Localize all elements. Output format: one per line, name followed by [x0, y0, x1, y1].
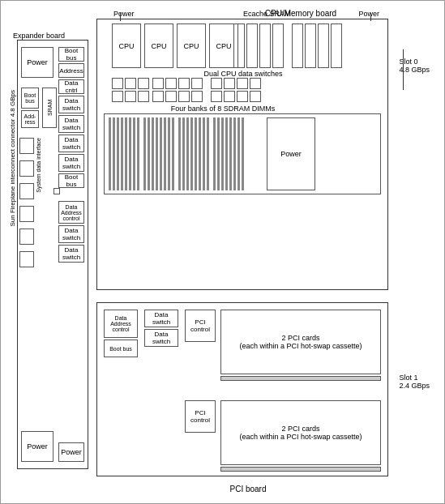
expander-data-address-control: Data Address control [58, 201, 84, 224]
cpu-switch-22 [250, 91, 261, 102]
cpu-switch-10 [237, 78, 248, 89]
cpu-2: CPU [144, 23, 173, 68]
pci-card-connector-1 [220, 376, 381, 381]
connector-symbol [53, 188, 60, 194]
dimm-14 [164, 117, 166, 190]
dimm-5 [125, 117, 127, 190]
expander-boot-bus: Boot bus [58, 47, 84, 62]
cpu-switch-19 [211, 91, 222, 102]
cpu-memory-board: Power Power Ecache SRAM CPU CPU CPU CPU … [96, 19, 388, 290]
cpu-switch-5 [165, 78, 177, 89]
cpu-switch-4 [152, 78, 164, 89]
sun-fireplane-label: Sun Fireplane interconnect connector 4.8… [9, 90, 16, 227]
slot0-label: Slot 0 4.8 GBps [399, 58, 430, 74]
expander-power-bottom-right: Power [58, 442, 84, 462]
cpu-switch-1 [112, 78, 123, 89]
dimm-16 [172, 117, 174, 190]
power-line-2 [370, 13, 371, 21]
pci-boot-bus: Boot bus [104, 340, 138, 357]
ecache-5 [292, 23, 303, 68]
ecache-sram-label: Ecache SRAM [243, 10, 291, 18]
pci-board-label: PCI board [187, 485, 309, 493]
dimm-27 [221, 117, 224, 190]
cpu-switch-3 [138, 78, 149, 89]
sdram-dimms-area: Power [104, 113, 381, 194]
expander-address: Address [58, 63, 84, 78]
dimm-18 [182, 117, 185, 190]
cpu-switch-2 [125, 78, 136, 89]
cpu-switch-16 [165, 91, 177, 102]
pci-cards-1: 2 PCI cards (each within a PCI hot-swap … [220, 310, 381, 374]
dimm-22 [199, 117, 201, 190]
pci-cards-2: 2 PCI cards (each within a PCI hot-swap … [220, 400, 381, 465]
dimm-19 [186, 117, 189, 190]
ecache-3 [259, 23, 271, 68]
expander-boot-bus-left: Boot bus [21, 88, 39, 109]
cpu-switch-18 [191, 91, 203, 102]
dimm-21 [195, 117, 197, 190]
pci-data-switch-2: Data switch [144, 329, 178, 347]
expander-address-left: Add-ress [21, 110, 39, 128]
cpu-switch-7 [191, 78, 203, 89]
dimm-7 [133, 117, 135, 190]
cpu-switch-12 [112, 91, 123, 102]
connector-4 [19, 206, 34, 222]
dual-cpu-data-switches-label: Dual CPU data switches [146, 70, 340, 78]
dimm-26 [217, 117, 220, 190]
dimm-15 [168, 117, 170, 190]
cpu-switch-20 [224, 91, 235, 102]
slot1-label: Slot 1 2.4 GBps [399, 374, 430, 390]
dimm-9 [143, 117, 146, 190]
pci-control-1: PCI control [185, 310, 216, 342]
expander-data-switch-2: Data switch [58, 115, 84, 133]
pci-data-address-control: Data Address control [104, 310, 138, 338]
dimm-4 [121, 117, 123, 190]
dimm-1 [109, 117, 111, 190]
cpu-switch-9 [224, 78, 235, 89]
dimm-17 [178, 117, 181, 190]
dimm-28 [225, 117, 228, 190]
cpu-switch-15 [152, 91, 164, 102]
connector-5 [19, 229, 34, 245]
dimm-13 [160, 117, 162, 190]
ecache-7 [318, 23, 329, 68]
dimm-6 [129, 117, 131, 190]
cpu-switch-17 [178, 91, 190, 102]
cpu-switch-6 [178, 78, 190, 89]
system-data-interface-label: System data interface [36, 138, 41, 193]
dimm-2 [113, 117, 115, 190]
power-line-1 [120, 13, 121, 21]
expander-board: Power Boot bus Address Boot bus Add-ress… [17, 40, 88, 469]
cpu-switch-8 [211, 78, 222, 89]
pci-card-connector-2 [220, 467, 381, 472]
dimm-11 [152, 117, 154, 190]
expander-sram: SRAM [42, 88, 57, 128]
dimm-23 [203, 117, 205, 190]
ecache-8 [331, 23, 342, 68]
pci-board: Data Address control Boot bus Data switc… [96, 302, 388, 476]
expander-data-switch-3: Data switch [58, 135, 84, 152]
dimm-12 [156, 117, 158, 190]
expander-power-top: Power [21, 47, 53, 78]
diagram-container: CPU/Memory board Expander board PCI boar… [0, 0, 445, 504]
pci-control-2: PCI control [185, 400, 216, 433]
expander-board-label: Expander board [11, 32, 67, 40]
dimm-31 [237, 117, 240, 190]
dimm-8 [137, 117, 139, 190]
cpu-memory-power: Power [267, 117, 315, 190]
expander-data-switch-lower-2: Data switch [58, 245, 84, 263]
cpu-switch-21 [237, 91, 248, 102]
connector-3 [19, 183, 34, 199]
slot0-bracket [403, 49, 404, 90]
cpu-switch-11 [250, 78, 261, 89]
four-banks-label: Four banks of 8 SDRAM DIMMs [122, 105, 324, 113]
connector-1 [19, 138, 34, 154]
dimm-30 [233, 117, 236, 190]
dimm-29 [229, 117, 232, 190]
ecache-4 [272, 23, 284, 68]
cpu-switch-14 [138, 91, 149, 102]
ecache-6 [305, 23, 316, 68]
dimm-10 [148, 117, 150, 190]
dimm-25 [213, 117, 216, 190]
dimm-3 [117, 117, 119, 190]
